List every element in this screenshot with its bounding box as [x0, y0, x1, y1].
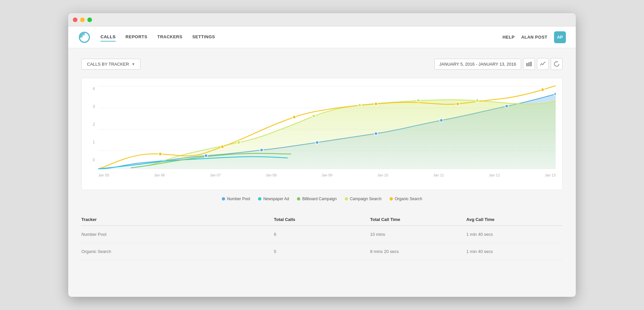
svg-point-22 — [221, 145, 224, 148]
svg-point-16 — [237, 141, 240, 144]
svg-point-12 — [374, 132, 378, 135]
svg-point-24 — [374, 102, 378, 106]
svg-point-18 — [358, 104, 361, 107]
svg-point-23 — [293, 115, 296, 119]
legend-label-campaign-search: Campaign Search — [350, 197, 382, 201]
legend-campaign-search: Campaign Search — [345, 197, 382, 201]
table-row: Number Pool 6 10 mins 1 min 40 secs — [81, 226, 563, 243]
x-label-jan08: Jan 08 — [266, 173, 277, 177]
line-chart-icon — [540, 62, 545, 66]
svg-point-25 — [456, 102, 459, 106]
svg-point-21 — [159, 152, 162, 156]
cell-total-call-time-0: 10 mins — [370, 232, 466, 237]
header-total-calls: Total Calls — [274, 217, 370, 222]
nav-links: CALLS REPORTS TRACKERS SETTINGS — [101, 33, 503, 42]
legend-label-billboard-campaign: Billboard Campaign — [302, 197, 337, 201]
area-chart — [98, 85, 556, 170]
svg-point-17 — [312, 114, 315, 118]
svg-rect-2 — [528, 62, 530, 66]
svg-point-26 — [541, 88, 544, 91]
svg-rect-1 — [526, 63, 528, 66]
nav-trackers[interactable]: TRACKERS — [157, 33, 182, 42]
nav-reports[interactable]: REPORTS — [126, 33, 147, 42]
refresh-button[interactable] — [551, 58, 563, 70]
username-label: ALAN POST — [521, 35, 547, 40]
date-range-group: JANUARY 5, 2016 - JANUARY 13, 2016 — [434, 58, 563, 70]
bar-chart-button[interactable] — [523, 58, 535, 70]
cell-avg-call-time-0: 1 min 40 secs — [466, 232, 563, 237]
header-avg-call-time: Avg Call Time — [466, 217, 563, 222]
legend-dot-organic-search — [390, 197, 393, 201]
calls-by-tracker-dropdown[interactable]: CALLS BY TRACKER ▼ — [81, 59, 140, 70]
chart-legend: Number Pool Newspaper Ad Billboard Campa… — [81, 194, 563, 204]
x-label-jan10: Jan 10 — [377, 173, 388, 177]
nav-settings[interactable]: SETTINGS — [192, 33, 215, 42]
legend-dot-number-pool — [222, 197, 225, 201]
cell-total-call-time-1: 8 mins 20 secs — [370, 249, 466, 254]
svg-point-15 — [554, 92, 556, 96]
content-area: CALLS BY TRACKER ▼ JANUARY 5, 2016 - JAN… — [68, 48, 576, 270]
legend-billboard-campaign: Billboard Campaign — [297, 197, 337, 201]
legend-label-number-pool: Number Pool — [227, 197, 250, 201]
navbar: CALLS REPORTS TRACKERS SETTINGS HELP ALA… — [68, 26, 576, 48]
svg-point-9 — [204, 154, 208, 157]
nav-calls[interactable]: CALLS — [101, 33, 116, 42]
y-axis-label-4: 4 — [84, 86, 98, 91]
close-button[interactable] — [73, 17, 77, 22]
x-label-jan06: Jan 06 — [154, 173, 165, 177]
logo-icon — [78, 31, 91, 44]
x-label-jan07: Jan 07 — [210, 173, 221, 177]
x-label-jan05: Jan 05 — [98, 173, 109, 177]
x-label-jan12: Jan 12 — [489, 173, 500, 177]
table-row: Organic Search 5 8 mins 20 secs 1 min 40… — [81, 243, 563, 260]
header-tracker: Tracker — [81, 217, 274, 222]
legend-organic-search: Organic Search — [390, 197, 422, 201]
legend-newspaper-ad: Newspaper Ad — [258, 197, 289, 201]
help-link[interactable]: HELP — [503, 35, 515, 40]
line-chart-button[interactable] — [537, 58, 549, 70]
legend-dot-campaign-search — [345, 197, 348, 201]
svg-point-20 — [476, 99, 479, 102]
bar-chart-icon — [526, 62, 532, 66]
chart-toolbar: CALLS BY TRACKER ▼ JANUARY 5, 2016 - JAN… — [81, 58, 563, 70]
y-axis-label-2: 2 — [84, 122, 98, 127]
svg-point-13 — [440, 119, 443, 122]
minimize-button[interactable] — [80, 17, 85, 22]
y-axis-label-3: 3 — [84, 104, 98, 109]
user-avatar[interactable]: AP — [554, 31, 566, 43]
legend-label-newspaper-ad: Newspaper Ad — [263, 197, 289, 201]
maximize-button[interactable] — [87, 17, 92, 22]
cell-total-calls-0: 6 — [274, 232, 370, 237]
x-axis-labels: Jan 05 Jan 06 Jan 07 Jan 08 Jan 09 Jan 1… — [98, 170, 556, 177]
x-label-jan11: Jan 11 — [433, 173, 444, 177]
legend-dot-newspaper-ad — [258, 197, 261, 201]
chart-container: 4 3 2 1 0 — [81, 78, 563, 190]
svg-rect-3 — [530, 62, 532, 66]
y-axis-label-0: 0 — [84, 158, 98, 162]
legend-dot-billboard-campaign — [297, 197, 300, 201]
x-label-jan13: Jan 13 — [545, 173, 556, 177]
nav-right: HELP ALAN POST AP — [503, 31, 566, 43]
traffic-lights — [73, 17, 92, 22]
table-section: Tracker Total Calls Total Call Time Avg … — [81, 214, 563, 260]
y-axis-label-1: 1 — [84, 140, 98, 144]
cell-tracker-1: Organic Search — [81, 249, 274, 254]
cell-total-calls-1: 5 — [274, 249, 370, 254]
refresh-icon — [554, 61, 559, 67]
x-label-jan09: Jan 09 — [321, 173, 332, 177]
dropdown-arrow-icon: ▼ — [132, 62, 135, 66]
legend-number-pool: Number Pool — [222, 197, 250, 201]
main-window: CALLS REPORTS TRACKERS SETTINGS HELP ALA… — [68, 13, 576, 297]
date-range-label[interactable]: JANUARY 5, 2016 - JANUARY 13, 2016 — [434, 59, 521, 70]
legend-label-organic-search: Organic Search — [395, 197, 422, 201]
svg-point-10 — [260, 148, 263, 152]
svg-point-14 — [505, 105, 508, 108]
cell-tracker-0: Number Pool — [81, 232, 274, 237]
svg-point-19 — [417, 99, 420, 102]
svg-point-11 — [315, 141, 319, 144]
cell-avg-call-time-1: 1 min 40 secs — [466, 249, 563, 254]
title-bar — [68, 13, 576, 26]
header-total-call-time: Total Call Time — [370, 217, 466, 222]
table-header-row: Tracker Total Calls Total Call Time Avg … — [81, 214, 563, 226]
